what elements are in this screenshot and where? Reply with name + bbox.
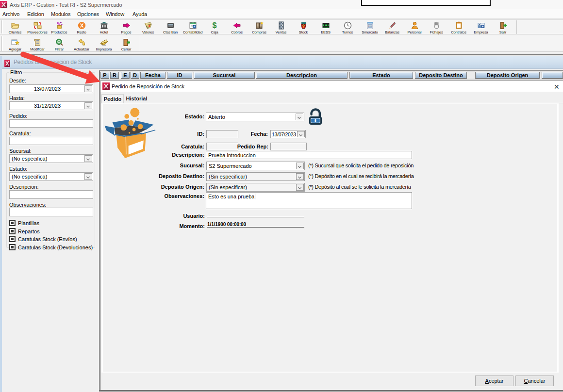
svg-text:$: $ xyxy=(212,21,216,30)
svg-text:010: 010 xyxy=(368,25,372,27)
